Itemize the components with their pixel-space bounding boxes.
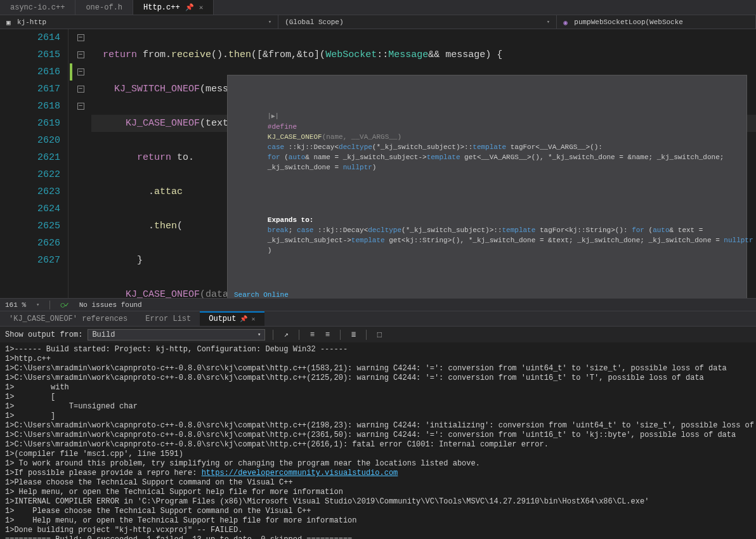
- editor-status-bar: 161 % ▾ ◯✓ No issues found: [0, 298, 756, 311]
- settings-icon[interactable]: ⬚: [374, 330, 384, 340]
- expand-icon[interactable]: |▶|: [268, 113, 279, 120]
- tab-error-list[interactable]: Error List: [136, 311, 200, 326]
- intellisense-tooltip: |▶| #define KJ_CASE_ONEOF(name, __VA_ARG…: [227, 75, 747, 298]
- output-line: 1>C:\Users\mradmin\work\capnproto-c++-0.…: [5, 431, 751, 440]
- output-line: 1>C:\Users\mradmin\work\capnproto-c++-0.…: [5, 440, 751, 450]
- close-icon[interactable]: ✕: [199, 3, 204, 11]
- output-line: 1> Help menu, or open the Technical Supp…: [5, 488, 751, 497]
- scope-project[interactable]: ▣ kj-http ▾: [0, 15, 278, 29]
- change-marker-gutter: [68, 29, 75, 298]
- indent-left-icon[interactable]: ≡: [307, 330, 317, 340]
- tab-references[interactable]: 'KJ_CASE_ONEOF' references: [0, 311, 136, 326]
- output-source-label: Show output from:: [5, 330, 82, 339]
- indent-right-icon[interactable]: ≡: [322, 330, 332, 340]
- output-panel[interactable]: 1>------ Build started: Project: kj-http…: [0, 342, 756, 539]
- output-line: 1>C:\Users\mradmin\work\capnproto-c++-0.…: [5, 421, 751, 431]
- chevron-down-icon: ▾: [268, 18, 271, 25]
- chevron-down-icon: ▾: [257, 331, 261, 338]
- scope-bar: ▣ kj-http ▾ (Global Scope) ▾ ◉ pumpWebSo…: [0, 15, 756, 29]
- output-line: 1> To work around this problem, try simp…: [5, 459, 751, 469]
- output-line: 1> with: [5, 383, 751, 393]
- output-line: 1> Help menu, or open the Technical Supp…: [5, 516, 751, 526]
- fold-toggle[interactable]: −: [77, 51, 84, 58]
- chevron-down-icon[interactable]: ▾: [36, 301, 39, 308]
- fold-toggle[interactable]: −: [77, 68, 84, 75]
- fold-toggle[interactable]: −: [77, 86, 84, 93]
- pin-icon[interactable]: 📌: [185, 3, 194, 11]
- search-online-link[interactable]: Search Online: [234, 290, 740, 298]
- output-line: 1> T=unsigned char: [5, 402, 751, 412]
- fold-toggle[interactable]: −: [77, 34, 84, 41]
- output-line: 1> Please choose the Technical Support c…: [5, 507, 751, 516]
- output-line: 1>(compiler file 'msc1.cpp', line 1591): [5, 450, 751, 459]
- output-toolbar: Show output from: Build ▾ ↗ ≡ ≡ ≣ ⬚: [0, 326, 756, 342]
- output-line: 1>INTERNAL COMPILER ERROR in 'C:\Program…: [5, 497, 751, 507]
- wrap-icon[interactable]: ≣: [348, 330, 358, 340]
- code-content[interactable]: return from.receive().then([&from,&to](W…: [86, 29, 756, 298]
- fold-toggle[interactable]: −: [77, 103, 84, 110]
- output-line: 1>C:\Users\mradmin\work\capnproto-c++-0.…: [5, 373, 751, 383]
- output-line: ========== Build: 0 succeeded, 1 failed,…: [5, 535, 751, 539]
- output-source-dropdown[interactable]: Build ▾: [88, 329, 265, 341]
- change-marker: [70, 63, 72, 81]
- output-line: 1>C:\Users\mradmin\work\capnproto-c++-0.…: [5, 364, 751, 373]
- clear-icon[interactable]: ↗: [281, 330, 291, 340]
- repro-link[interactable]: https://developercommunity.visualstudio.…: [202, 469, 398, 477]
- check-icon: ◯✓: [60, 301, 68, 309]
- output-line: 1> ]: [5, 412, 751, 421]
- close-icon[interactable]: ✕: [251, 315, 255, 323]
- project-icon: ▣: [6, 18, 14, 26]
- output-line: 1>If possible please provide a repro her…: [5, 469, 751, 478]
- output-line: 1>http.c++: [5, 354, 751, 364]
- output-line: 1> [: [5, 393, 751, 402]
- function-icon: ◉: [563, 18, 571, 26]
- bottom-tab-bar: 'KJ_CASE_ONEOF' references Error List Ou…: [0, 311, 756, 326]
- code-line: return from.receive().then([&from,&to](W…: [91, 46, 756, 63]
- fold-gutter: − − − − −: [75, 29, 86, 298]
- tab-one-of[interactable]: one-of.h: [75, 0, 133, 15]
- issues-status[interactable]: No issues found: [79, 301, 142, 309]
- chevron-down-icon: ▾: [547, 18, 550, 25]
- scope-function[interactable]: ◉ pumpWebSocketLoop(WebSocke: [557, 15, 756, 29]
- pin-icon[interactable]: 📌: [240, 315, 247, 323]
- editor-area[interactable]: 2614 2615 2616 2617 2618 2619 2620 2621 …: [0, 29, 756, 298]
- output-line: 1>------ Build started: Project: kj-http…: [5, 345, 751, 354]
- scope-global[interactable]: (Global Scope) ▾: [278, 15, 557, 29]
- line-number-gutter: 2614 2615 2616 2617 2618 2619 2620 2621 …: [0, 29, 68, 298]
- file-tab-bar: async-io.c++ one-of.h Http.c++📌✕: [0, 0, 756, 15]
- output-line: 1>Please choose the Technical Support co…: [5, 478, 751, 488]
- tab-http[interactable]: Http.c++📌✕: [133, 0, 214, 15]
- zoom-level[interactable]: 161 %: [5, 301, 26, 309]
- tab-output[interactable]: Output 📌 ✕: [200, 311, 264, 326]
- tab-async-io[interactable]: async-io.c++: [0, 0, 75, 15]
- output-line: 1>Done building project "kj-http.vcxproj…: [5, 526, 751, 535]
